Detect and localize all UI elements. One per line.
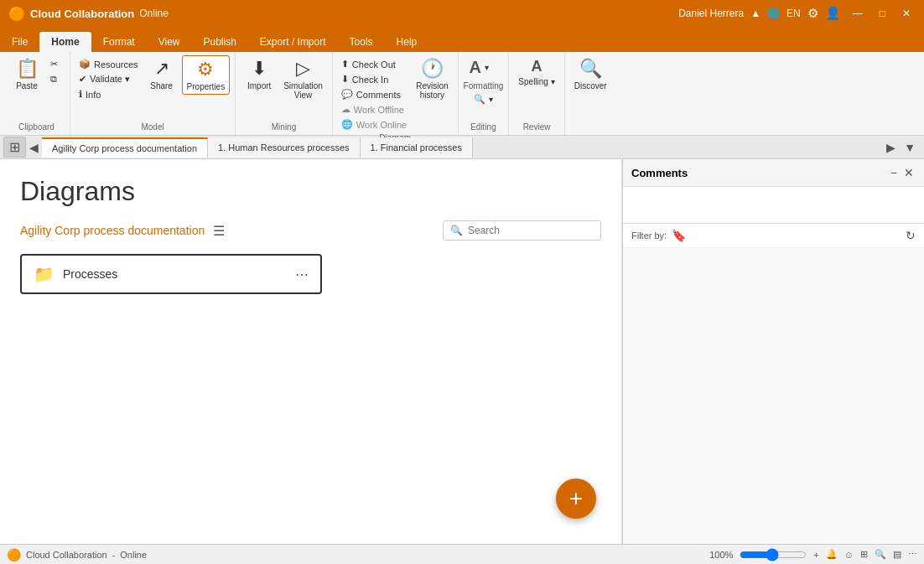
cut-button[interactable]: ✂ xyxy=(47,57,65,71)
work-online-icon: 🌐 xyxy=(341,119,353,130)
minimize-window-btn[interactable]: — xyxy=(848,8,868,19)
resources-button[interactable]: 📦 Resources xyxy=(75,57,142,71)
sidebar-toggle-btn[interactable]: ⊞ xyxy=(3,137,26,158)
mining-items: ⬇ Import ▷ SimulationView xyxy=(241,55,327,121)
comments-title: Comments xyxy=(631,167,889,179)
close-window-btn[interactable]: ✕ xyxy=(897,8,916,19)
model-items: 📦 Resources ✔ Validate ▾ ℹ Info ↗ Share … xyxy=(75,55,230,121)
clipboard-group-label: Clipboard xyxy=(8,121,65,132)
tab-home[interactable]: Home xyxy=(39,32,91,52)
validate-button[interactable]: ✔ Validate ▾ xyxy=(75,72,142,86)
tab-file[interactable]: File xyxy=(0,32,39,52)
notification-icon[interactable]: 🔔 xyxy=(826,549,838,560)
tab-more-btn[interactable]: ▼ xyxy=(901,139,919,156)
properties-button[interactable]: ⚙ Properties xyxy=(182,55,231,95)
doc-title: Agility Corp process documentation xyxy=(20,224,205,237)
process-card[interactable]: 📁 Processes ⋯ xyxy=(20,254,322,294)
copy-icon: ⧉ xyxy=(50,74,57,85)
status-bar: 🟠 Cloud Collaboration - Online 100% + 🔔 … xyxy=(0,544,924,564)
info-button[interactable]: ℹ Info xyxy=(75,87,142,101)
work-offline-button[interactable]: ☁ Work Offline xyxy=(338,102,410,116)
connection-status: Online xyxy=(139,8,169,19)
comments-close-btn[interactable]: ✕ xyxy=(902,164,916,181)
zoom-slider[interactable] xyxy=(740,548,807,561)
discover-button[interactable]: 🔍 Discover xyxy=(570,55,611,93)
work-online-button[interactable]: 🌐 Work Online xyxy=(338,117,410,132)
tab-publish[interactable]: Publish xyxy=(192,32,248,52)
tab-help[interactable]: Help xyxy=(385,32,429,52)
simulation-view-button[interactable]: ▷ SimulationView xyxy=(279,55,327,102)
search-icon: 🔍 xyxy=(450,225,463,236)
paste-icon: 📋 xyxy=(16,58,39,80)
comments-textarea[interactable] xyxy=(628,192,919,215)
search-input[interactable] xyxy=(468,225,594,236)
check-in-label: Check In xyxy=(352,75,388,85)
work-offline-label: Work Offline xyxy=(354,105,404,115)
tab-agility-corp[interactable]: Agility Corp process documentation xyxy=(42,137,208,158)
share-button[interactable]: ↗ Share xyxy=(143,55,180,93)
list-view-icon[interactable]: ☰ xyxy=(213,223,225,239)
editing-items: A ▾ Formatting 🔍 ▾ xyxy=(464,55,504,121)
formatting-label: Formatting xyxy=(464,81,504,91)
model-group-label: Model xyxy=(75,121,230,132)
search-ribbon-button[interactable]: 🔍 ▾ xyxy=(470,92,496,106)
refresh-icon[interactable]: ↻ xyxy=(906,229,916,242)
main-area: Diagrams Agility Corp process documentat… xyxy=(0,159,924,544)
simulation-view-label: SimulationView xyxy=(283,81,323,100)
zoom-in-btn[interactable]: + xyxy=(813,550,818,560)
tab-tools[interactable]: Tools xyxy=(338,32,385,52)
tab-next-btn[interactable]: ▶ xyxy=(883,139,899,156)
review-group-label: Review xyxy=(514,121,558,132)
clipboard-secondary: ✂ ⧉ xyxy=(47,55,65,86)
layout-icon[interactable]: ⊞ xyxy=(860,549,868,560)
tab-export-import[interactable]: Export / Import xyxy=(248,32,338,52)
revisions-history-icon: 🕐 xyxy=(421,58,444,80)
status-search-icon[interactable]: 🔍 xyxy=(875,549,886,560)
lang-label[interactable]: EN xyxy=(786,8,801,19)
work-online-label: Work Online xyxy=(356,120,407,130)
diagram-items: ⬆ Check Out ⬇ Check In 💬 Comments ☁ Work… xyxy=(338,55,453,132)
title-bar-right[interactable]: Daniel Herrera ▲ 🌐 EN ⚙ 👤 — □ ✕ xyxy=(678,6,916,21)
panel-title: Diagrams xyxy=(20,176,601,207)
spelling-label: Spelling ▾ xyxy=(518,77,554,86)
comments-minimize-btn[interactable]: − xyxy=(889,164,899,181)
check-in-button[interactable]: ⬇ Check In xyxy=(338,72,410,86)
comments-input-area[interactable] xyxy=(623,187,924,224)
doc-title-bar: Agility Corp process documentation ☰ 🔍 xyxy=(20,220,601,241)
more-options-icon[interactable]: ⋯ xyxy=(295,266,309,282)
settings-icon[interactable]: ⚙ xyxy=(807,6,818,21)
spelling-icon: A xyxy=(532,58,542,75)
tab-view[interactable]: View xyxy=(147,32,192,52)
review-items: A Spelling ▾ xyxy=(514,55,558,121)
discover-label: Discover xyxy=(574,81,607,91)
user-name: Daniel Herrera xyxy=(678,8,744,19)
bookmark-icon[interactable]: 🔖 xyxy=(672,229,686,242)
search-box[interactable]: 🔍 xyxy=(443,220,601,241)
copy-button[interactable]: ⧉ xyxy=(47,72,65,86)
check-out-button[interactable]: ⬆ Check Out xyxy=(338,57,410,71)
tab-prev-btn[interactable]: ◀ xyxy=(26,139,42,156)
comments-header-icons: − ✕ xyxy=(889,164,916,181)
info-label: Info xyxy=(86,90,101,100)
tab-financial-processes[interactable]: 1. Financial processes xyxy=(361,137,473,158)
maximize-window-btn[interactable]: □ xyxy=(875,8,890,19)
tab-hr-processes[interactable]: 1. Human Resources processes xyxy=(208,137,361,158)
user-icon[interactable]: 👤 xyxy=(825,6,841,21)
simulation-view-icon: ▷ xyxy=(296,58,310,80)
formatting-button[interactable]: A ▾ xyxy=(465,55,501,80)
filter-bar: Filter by: 🔖 ↻ xyxy=(623,224,924,248)
spelling-button[interactable]: A Spelling ▾ xyxy=(514,55,558,89)
tab-format[interactable]: Format xyxy=(91,32,147,52)
diagrams-panel: Diagrams Agility Corp process documentat… xyxy=(0,159,622,544)
chevron-up-icon[interactable]: ▲ xyxy=(750,8,760,19)
paste-button[interactable]: 📋 Paste xyxy=(8,55,45,93)
panel-icon[interactable]: ▤ xyxy=(893,549,901,560)
more-icon[interactable]: ⋯ xyxy=(908,549,917,560)
add-diagram-button[interactable]: + xyxy=(556,479,596,519)
formatting-dropdown-icon: ▾ xyxy=(485,63,489,72)
comments-button[interactable]: 💬 Comments xyxy=(338,87,410,101)
paste-label: Paste xyxy=(16,81,38,91)
feedback-icon[interactable]: ☺ xyxy=(844,550,854,560)
revisions-history-button[interactable]: 🕐 Revisionhistory xyxy=(412,55,452,102)
import-button[interactable]: ⬇ Import xyxy=(241,55,278,93)
